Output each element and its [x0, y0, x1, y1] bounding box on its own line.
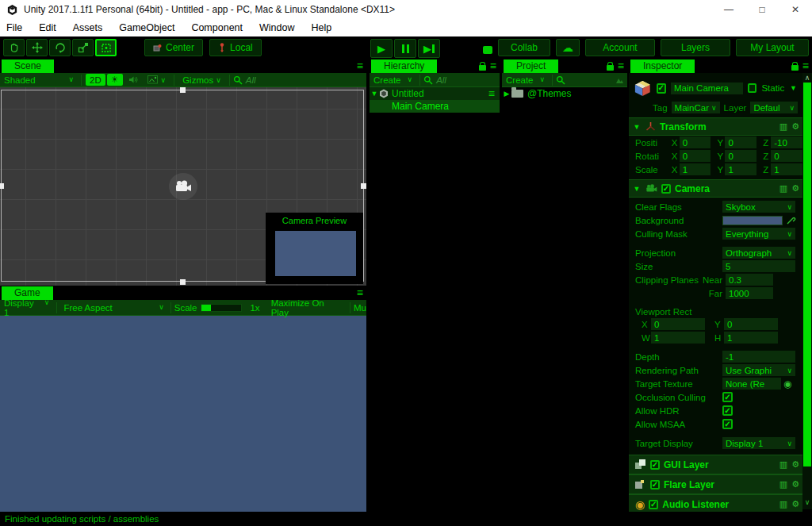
mute-audio-toggle[interactable]: Mu	[354, 303, 366, 313]
gear-icon[interactable]: ⚙	[791, 183, 799, 194]
lock-icon[interactable]	[607, 65, 614, 71]
scene-menu-icon[interactable]: ≡	[357, 60, 363, 71]
maximize-button[interactable]: □	[745, 0, 779, 19]
pivot-center-button[interactable]: Center	[144, 39, 203, 56]
cloud-button[interactable]: ☁	[556, 39, 580, 56]
aspect-dropdown[interactable]: Free Aspect ∨	[60, 303, 167, 313]
rotation-x-field[interactable]: 0	[680, 150, 711, 162]
fold-open-icon[interactable]: ▼	[632, 123, 642, 131]
scroll-down-icon[interactable]: ∨	[802, 498, 812, 506]
active-checkbox[interactable]: ✓	[657, 83, 666, 94]
hierarchy-scene-row[interactable]: ▼ Untitled ≡	[370, 87, 500, 100]
play-button[interactable]: ▶	[370, 39, 393, 58]
scale-slider-thumb[interactable]	[201, 305, 211, 311]
menu-assets[interactable]: Assets	[73, 22, 103, 33]
scrollbar-thumb[interactable]	[803, 83, 811, 466]
collab-button[interactable]: Collab	[498, 39, 550, 56]
project-create-dropdown[interactable]: Create ∨	[502, 75, 549, 85]
tab-scene[interactable]: Scene	[2, 60, 54, 73]
hierarchy-menu-icon[interactable]: ≡	[490, 60, 496, 71]
display-dropdown[interactable]: Display 1 ∨	[0, 298, 53, 317]
step-button[interactable]: ▶	[418, 39, 440, 58]
object-picker-icon[interactable]: ◉	[783, 378, 791, 390]
close-button[interactable]: ✕	[779, 0, 812, 19]
pause-button[interactable]	[394, 39, 416, 58]
viewport-h-field[interactable]: 1	[724, 332, 778, 344]
camera-header[interactable]: ▼ ✓ Camera ▥ ⚙	[629, 179, 802, 198]
rotation-local-button[interactable]: Local	[209, 39, 262, 56]
project-menu-icon[interactable]: ≡	[618, 60, 624, 71]
help-book-icon[interactable]: ▥	[779, 183, 787, 194]
scale-tool-button[interactable]	[72, 39, 94, 56]
fold-closed-icon[interactable]: ▶	[502, 90, 511, 98]
tag-dropdown[interactable]: MainCar ∨	[672, 102, 720, 113]
fold-open-icon[interactable]: ▼	[632, 185, 642, 193]
scene-viewport[interactable]: Camera Preview	[0, 87, 366, 286]
static-dropdown-icon[interactable]: ▼	[789, 84, 798, 92]
menu-help[interactable]: Help	[311, 22, 331, 33]
near-field[interactable]: 0.3	[726, 274, 773, 286]
eyedropper-icon[interactable]	[786, 215, 796, 225]
rect-handle-left[interactable]	[0, 183, 4, 189]
scale-y-field[interactable]: 1	[725, 163, 756, 175]
rect-tool-button[interactable]	[95, 39, 117, 56]
draw-mode-dropdown[interactable]: Shaded ∨	[0, 75, 78, 85]
layers-button[interactable]: Layers	[661, 39, 730, 56]
rect-handle-top[interactable]	[180, 87, 186, 93]
hierarchy-item-main-camera[interactable]: Main Camera	[370, 100, 500, 113]
fold-open-icon[interactable]: ▼	[370, 90, 379, 98]
rotation-y-field[interactable]: 0	[725, 150, 756, 162]
project-folder-row[interactable]: ▶ @Themes	[502, 87, 627, 100]
audio-toggle-button[interactable]	[124, 74, 142, 86]
help-book-icon[interactable]: ▥	[779, 479, 787, 490]
position-x-field[interactable]: 0	[680, 136, 711, 148]
scale-x-field[interactable]: 1	[680, 163, 711, 175]
lighting-toggle-button[interactable]: ☀	[107, 74, 123, 86]
effects-dropdown[interactable]: ∨	[144, 74, 170, 86]
gizmos-dropdown[interactable]: Gizmos ∨	[178, 74, 225, 86]
2d-toggle-button[interactable]: 2D	[86, 74, 105, 86]
tab-project[interactable]: Project	[504, 60, 558, 73]
rotation-z-field[interactable]: 0	[771, 150, 802, 162]
gui-layer-checkbox[interactable]: ✓	[650, 460, 660, 470]
help-book-icon[interactable]: ▥	[779, 121, 787, 132]
lock-icon[interactable]	[479, 65, 486, 71]
transform-header[interactable]: ▼ Transform ▥ ⚙	[629, 117, 802, 136]
move-tool-button[interactable]	[26, 39, 48, 56]
menu-file[interactable]: File	[6, 22, 22, 33]
flare-layer-header[interactable]: ✓ Flare Layer ▥ ⚙	[629, 474, 802, 494]
allow-hdr-checkbox[interactable]: ✓	[722, 405, 733, 416]
gear-icon[interactable]: ⚙	[791, 479, 799, 490]
target-display-dropdown[interactable]: Display 1 ∨	[722, 437, 795, 449]
layer-dropdown[interactable]: Defaul ∨	[750, 102, 798, 113]
game-menu-icon[interactable]: ≡	[357, 287, 363, 298]
camera-gizmo[interactable]	[169, 173, 197, 200]
flare-layer-checkbox[interactable]: ✓	[650, 480, 660, 490]
hierarchy-create-dropdown[interactable]: Create ∨	[370, 75, 416, 85]
target-texture-field[interactable]: None (Re	[722, 378, 781, 390]
tab-game[interactable]: Game	[2, 286, 53, 300]
viewport-y-field[interactable]: 0	[724, 318, 778, 330]
help-book-icon[interactable]: ▥	[779, 459, 787, 470]
scene-search-input[interactable]: All	[246, 75, 256, 85]
camera-enabled-checkbox[interactable]: ✓	[661, 184, 671, 194]
position-z-field[interactable]: -10	[771, 136, 802, 148]
inspector-menu-icon[interactable]: ≡	[802, 60, 809, 71]
rect-handle-bottom[interactable]	[180, 279, 186, 285]
scroll-up-icon[interactable]: ∧	[802, 74, 812, 82]
far-field[interactable]: 1000	[726, 287, 773, 299]
hidden-packages-icon[interactable]	[615, 76, 624, 84]
projection-dropdown[interactable]: Orthograph ∨	[722, 247, 795, 259]
clear-flags-dropdown[interactable]: Skybox ∨	[722, 201, 795, 213]
gear-icon[interactable]: ⚙	[791, 459, 799, 470]
position-y-field[interactable]: 0	[725, 136, 756, 148]
viewport-w-field[interactable]: 1	[651, 332, 705, 344]
hand-tool-button[interactable]	[3, 39, 25, 56]
lock-icon[interactable]	[791, 65, 799, 71]
culling-mask-dropdown[interactable]: Everything ∨	[722, 228, 795, 240]
size-field[interactable]: 5	[722, 260, 795, 272]
menu-window[interactable]: Window	[259, 22, 294, 33]
menu-component[interactable]: Component	[191, 22, 243, 33]
my-layout-button[interactable]: My Layout	[736, 39, 809, 56]
menu-gameobject[interactable]: GameObject	[119, 22, 174, 33]
